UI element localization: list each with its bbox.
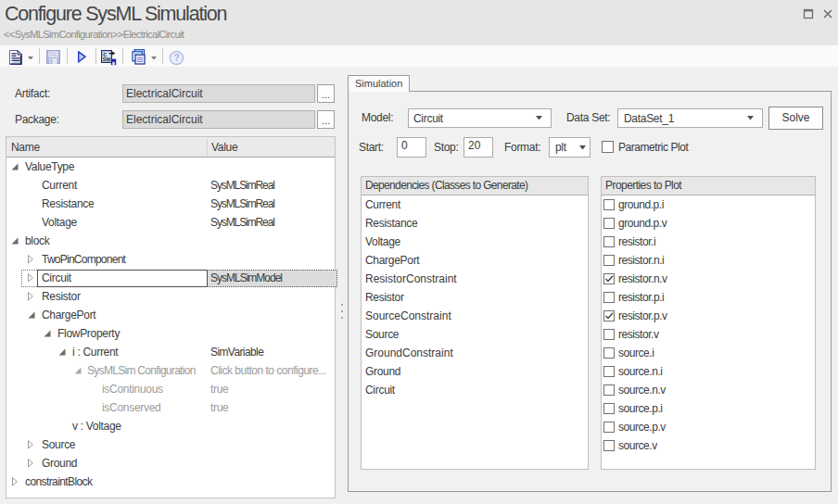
svg-text:SW: SW <box>103 57 110 62</box>
svg-text:?: ? <box>174 53 180 63</box>
